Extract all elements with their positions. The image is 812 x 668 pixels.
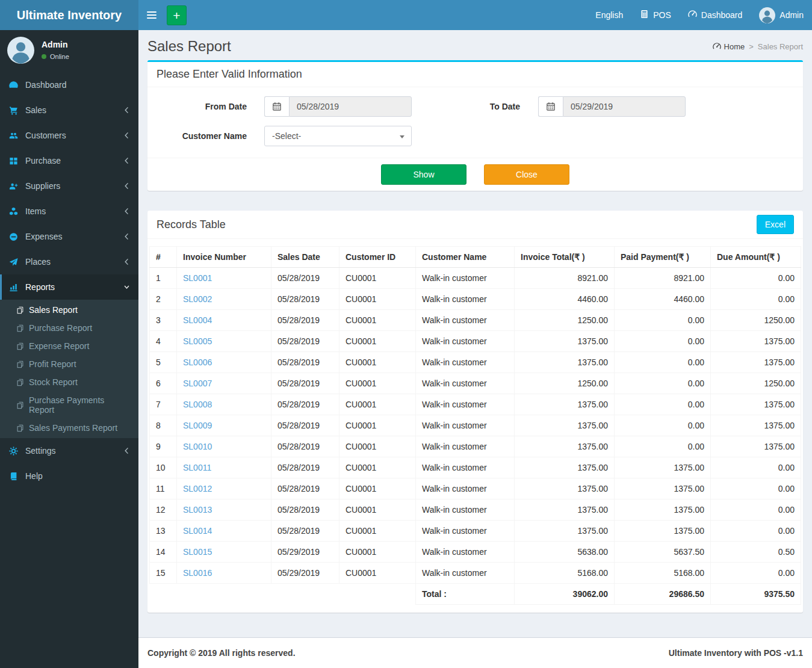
customer-name-cell: Walk-in customer	[416, 289, 515, 310]
sidebar-item-dashboard[interactable]: Dashboard	[0, 72, 138, 97]
nav-pos[interactable]: POS	[631, 0, 680, 30]
invoice-link[interactable]: SL0013	[183, 505, 212, 515]
column-header-invoice-number[interactable]: Invoice Number	[177, 247, 271, 268]
customer-name-cell: Walk-in customer	[416, 415, 515, 436]
invoice-total-cell: 5638.00	[515, 542, 615, 563]
copy-icon	[16, 306, 24, 314]
sidebar-item-settings[interactable]: Settings	[0, 438, 138, 463]
customer-id-cell: CU0001	[339, 373, 416, 394]
sidebar-subitem-sales-report[interactable]: Sales Report	[0, 301, 138, 319]
customer-select[interactable]: -Select-	[264, 126, 412, 146]
sidebar-subitem-label: Sales Report	[29, 305, 78, 315]
invoice-total-cell: 1375.00	[515, 352, 615, 373]
column-header-[interactable]: #	[150, 247, 177, 268]
from-date-input[interactable]	[289, 96, 412, 117]
invoice-link[interactable]: SL0005	[183, 336, 212, 346]
table-row: 2SL000205/28/2019CU0001Walk-in customer4…	[150, 289, 801, 310]
user-status[interactable]: Online	[42, 53, 69, 60]
to-date-label: To Date	[412, 102, 520, 111]
column-header-customer-id[interactable]: Customer ID	[339, 247, 416, 268]
due-amount-cell: 1375.00	[711, 394, 801, 415]
row-number: 13	[150, 521, 177, 542]
due-amount-cell: 0.00	[711, 457, 801, 478]
sidebar-item-label: Sales	[25, 105, 124, 115]
quick-add-button[interactable]: +	[167, 5, 187, 25]
column-header-invoice-total[interactable]: Invoice Total(₹ )	[515, 247, 615, 268]
sidebar-subitem-purchase-report[interactable]: Purchase Report	[0, 319, 138, 337]
invoice-link[interactable]: SL0004	[183, 315, 212, 325]
paid-payment-cell: 0.00	[615, 436, 711, 457]
sidebar-subitem-sales-payments-report[interactable]: Sales Payments Report	[0, 419, 138, 437]
invoice-link[interactable]: SL0014	[183, 526, 212, 536]
customer-name-cell: Walk-in customer	[416, 373, 515, 394]
sidebar-subitem-purchase-payments-report[interactable]: Purchase Payments Report	[0, 391, 138, 419]
version-text: Ultimate Inventory with POS -v1.1	[669, 648, 803, 658]
invoice-link[interactable]: SL0009	[183, 421, 212, 430]
close-button[interactable]: Close	[484, 164, 569, 185]
invoice-link[interactable]: SL0012	[183, 484, 212, 493]
customer-name-cell: Walk-in customer	[416, 268, 515, 289]
dashboard-icon	[688, 10, 697, 20]
paid-payment-cell: 0.00	[615, 373, 711, 394]
paid-payment-cell: 4460.00	[615, 289, 711, 310]
sidebar-item-places[interactable]: Places	[0, 249, 138, 274]
calendar-icon	[538, 96, 563, 117]
sidebar-item-suppliers[interactable]: Suppliers	[0, 173, 138, 199]
column-header-due-amount[interactable]: Due Amount(₹ )	[711, 247, 801, 268]
row-number: 7	[150, 394, 177, 415]
copy-icon	[16, 424, 24, 432]
customer-id-cell: CU0001	[339, 268, 416, 289]
invoice-link[interactable]: SL0016	[183, 568, 212, 578]
invoice-link[interactable]: SL0011	[183, 463, 211, 472]
column-header-paid-payment[interactable]: Paid Payment(₹ )	[615, 247, 711, 268]
sidebar-subitem-stock-report[interactable]: Stock Report	[0, 373, 138, 391]
sales-date-cell: 05/28/2019	[271, 373, 339, 394]
sidebar-item-purchase[interactable]: Purchase	[0, 148, 138, 173]
sidebar-item-help[interactable]: Help	[0, 463, 138, 489]
sidebar-item-reports[interactable]: Reports	[0, 274, 138, 300]
invoice-link[interactable]: SL0015	[183, 547, 212, 557]
breadcrumb-separator: >	[749, 42, 754, 51]
total-label: Total :	[416, 584, 515, 605]
invoice-link[interactable]: SL0010	[183, 442, 212, 451]
due-amount-cell: 1375.00	[711, 436, 801, 457]
row-number: 4	[150, 331, 177, 352]
customer-id-cell: CU0001	[339, 289, 416, 310]
sidebar-item-expenses[interactable]: Expenses	[0, 224, 138, 249]
invoice-link[interactable]: SL0001	[183, 273, 212, 283]
to-date-input[interactable]	[563, 96, 686, 117]
avatar	[759, 7, 775, 23]
excel-export-button[interactable]: Excel	[757, 215, 794, 234]
show-button[interactable]: Show	[381, 164, 466, 185]
app-logo[interactable]: Ultimate Inventory	[0, 0, 138, 30]
invoice-link[interactable]: SL0008	[183, 400, 212, 409]
copy-icon	[16, 324, 24, 332]
dashboard-icon	[713, 42, 721, 51]
invoice-link[interactable]: SL0007	[183, 379, 212, 388]
breadcrumb-home[interactable]: Home	[713, 42, 745, 51]
online-dot-icon	[42, 54, 46, 59]
sidebar-item-customers[interactable]: Customers	[0, 123, 138, 148]
nav-language[interactable]: English	[587, 0, 631, 30]
due-amount-cell: 1375.00	[711, 352, 801, 373]
customer-name-cell: Walk-in customer	[416, 436, 515, 457]
hamburger-icon	[147, 11, 157, 19]
sidebar-subitem-expense-report[interactable]: Expense Report	[0, 337, 138, 355]
nav-dashboard[interactable]: Dashboard	[680, 0, 751, 30]
invoice-link[interactable]: SL0006	[183, 357, 212, 367]
due-amount-cell: 0.00	[711, 563, 801, 584]
angle-left-icon	[124, 233, 129, 240]
nav-user-menu[interactable]: Admin	[751, 0, 812, 30]
due-amount-cell: 0.00	[711, 521, 801, 542]
sidebar-subitem-profit-report[interactable]: Profit Report	[0, 355, 138, 373]
sidebar-item-items[interactable]: Items	[0, 199, 138, 224]
sidebar-item-sales[interactable]: Sales	[0, 97, 138, 123]
breadcrumb: Home > Sales Report	[713, 42, 803, 51]
customer-id-cell: CU0001	[339, 352, 416, 373]
invoice-link[interactable]: SL0002	[183, 294, 212, 304]
total-paid-amount: 29686.50	[615, 584, 711, 605]
column-header-sales-date[interactable]: Sales Date	[271, 247, 339, 268]
customer-id-cell: CU0001	[339, 457, 416, 478]
column-header-customer-name[interactable]: Customer Name	[416, 247, 515, 268]
sidebar-toggle-button[interactable]	[138, 0, 165, 30]
